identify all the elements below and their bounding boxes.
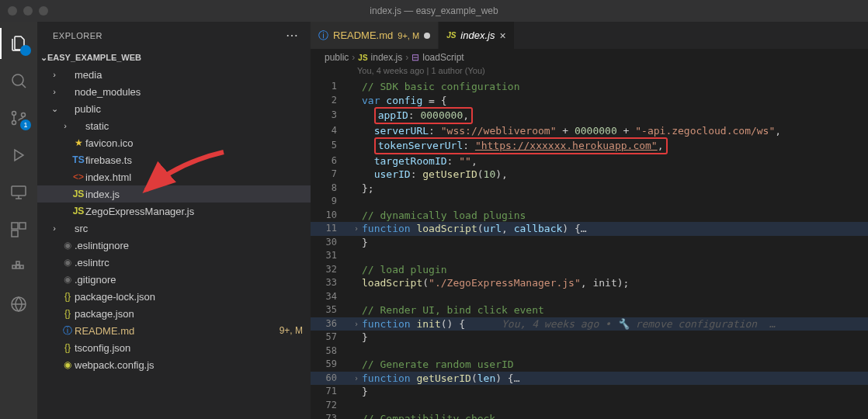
svg-point-1 [12,112,16,116]
config-icon: ◉ [61,274,75,285]
sidebar-more-icon[interactable]: ⋯ [286,28,300,43]
breadcrumb-item[interactable]: loadScript [422,52,464,63]
svg-rect-9 [16,265,19,268]
file-webpack-config[interactable]: ◉webpack.config.js [37,356,311,373]
svg-rect-4 [12,186,26,196]
code-text: function [362,372,411,384]
code-text: , [471,155,477,167]
folder-static[interactable]: ›static [37,117,311,134]
folder-media[interactable]: ›media [37,66,311,83]
code-text: ), [495,168,508,180]
file-eslintignore[interactable]: ◉.eslintignore [37,237,311,254]
label: webpack.config.js [75,359,303,371]
line-number: 3 [311,109,351,123]
code-text: ) { [562,223,580,234]
code-text: 0000000 [575,125,617,137]
activity-scm[interactable]: 1 [0,102,37,133]
code-editor[interactable]: 1// SDK basic configuration 2var config … [311,80,868,419]
label: README.md [75,325,279,337]
file-readme[interactable]: ⓘREADME.md9+, M [37,322,311,339]
tree-root[interactable]: ⌄ EASY_EXAMPLE_WEB [37,49,311,66]
json-icon: {} [61,308,75,319]
breadcrumb-item[interactable]: index.js [371,52,403,63]
label: .eslintignore [75,240,303,251]
breadcrumb-item[interactable]: public [325,52,349,63]
maximize-window-icon[interactable] [39,6,48,16]
code-text: ( [477,223,484,234]
code-text: , init); [581,277,630,289]
fold-icon[interactable]: › [351,222,362,236]
close-window-icon[interactable] [8,6,17,16]
tab-label: index.js [460,29,495,41]
file-zego-manager[interactable]: JSZegoExpressManager.js [37,203,311,220]
activity-docker[interactable] [0,251,37,282]
info-icon: ⓘ [318,29,328,43]
tab-label: README.md [333,29,393,41]
js-icon: JS [446,31,456,40]
folder-node-modules[interactable]: ›node_modules [37,83,311,100]
file-package-lock[interactable]: {}package-lock.json [37,288,311,305]
code-text: , [775,125,781,137]
file-firebase[interactable]: TSfirebase.ts [37,151,311,168]
file-index-html[interactable]: <>index.html [37,168,311,185]
code-text: // dynamically load plugins [362,210,526,221]
line-number: 58 [311,345,351,358]
file-eslintrc[interactable]: ◉.eslintrc [37,254,311,271]
folder-src[interactable]: ›src [37,220,311,237]
label: index.html [85,171,303,183]
tab-indexjs[interactable]: JS index.js × [439,22,515,49]
code-text: function [362,318,411,330]
chevron-right-icon: › [48,87,61,96]
file-index-js[interactable]: JSindex.js [37,185,311,203]
breadcrumbs[interactable]: public › JS index.js › ⊟ loadScript [311,49,868,66]
line-number: 30 [311,236,351,250]
file-gitignore[interactable]: ◉.gitignore [37,271,311,288]
code-text: userID [374,168,411,180]
label: index.js [85,189,303,200]
label: firebase.ts [85,154,303,166]
folder-public[interactable]: ⌄public [37,100,311,117]
line-number: 72 [311,399,351,413]
activity-extensions[interactable] [0,214,37,245]
code-text: "https://xxxxxx.herokuapp.com" [475,140,658,151]
activity-cloud[interactable] [0,289,37,320]
line-number: 10 [311,209,351,223]
code-text: function [362,223,411,234]
editor-tabs: ⓘ README.md 9+, M JS index.js × [311,22,868,49]
git-decoration: 9+, M [279,325,303,336]
file-package-json[interactable]: {}package.json [37,305,311,322]
activity-remote[interactable] [0,177,37,208]
file-favicon[interactable]: ★favicon.ico [37,134,311,151]
tab-readme[interactable]: ⓘ README.md 9+, M [311,22,439,49]
fold-icon[interactable]: › [351,317,362,331]
fold-icon[interactable]: › [351,372,362,386]
code-text: , [502,223,514,234]
svg-rect-11 [16,261,19,265]
code-text: getUserID [422,168,477,180]
close-icon[interactable]: × [499,29,505,42]
label: src [75,223,303,234]
code-text: loadScript [362,277,422,289]
scm-badge: 1 [20,119,31,130]
svg-rect-7 [12,230,18,237]
chevron-right-icon: › [352,52,355,63]
activity-search[interactable] [0,65,37,96]
line-number: 6 [311,154,351,168]
code-text: len [477,372,495,384]
code-text: : [429,125,441,137]
label: tsconfig.json [75,342,303,354]
file-tsconfig[interactable]: {}tsconfig.json [37,339,311,356]
activity-explorer[interactable] [0,28,37,59]
chevron-right-icon: › [59,121,71,130]
minimize-window-icon[interactable] [23,6,33,16]
line-number: 36 [311,317,351,331]
svg-point-3 [22,113,26,117]
code-text: } [362,331,368,343]
svg-rect-5 [12,223,18,229]
line-number: 31 [311,249,351,263]
activity-debug[interactable] [0,140,37,171]
code-text: : [411,168,423,180]
line-number: 1 [311,80,351,94]
code-text: } [362,386,368,397]
remote-icon [9,183,28,202]
